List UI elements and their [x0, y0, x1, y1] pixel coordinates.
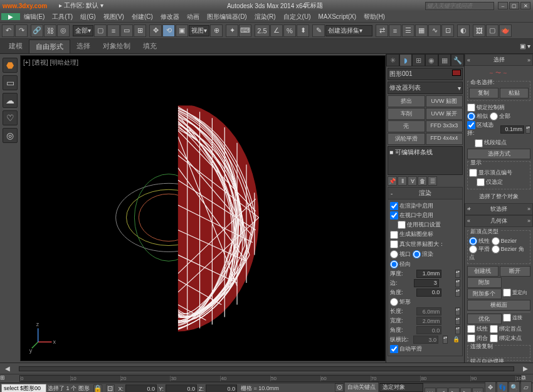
nav-zoom-icon[interactable]: 🔍: [509, 381, 520, 392]
chk-linear2[interactable]: 线性: [467, 326, 488, 332]
viewport[interactable]: [+] [透视] [明暗处理]: [20, 55, 386, 361]
rad-linear[interactable]: 线性: [469, 238, 490, 244]
modifier-list[interactable]: 修改器列表▾: [388, 82, 463, 94]
mod-turbo[interactable]: 涡轮平滑: [388, 133, 425, 145]
layer-icon[interactable]: ☰: [402, 24, 414, 37]
snap-icon[interactable]: 2.5: [255, 24, 270, 37]
chk-show-vn[interactable]: 显示顶点编号: [469, 168, 529, 177]
config-icon[interactable]: ☰: [428, 176, 437, 186]
next-frame-icon[interactable]: ▶: [460, 388, 472, 393]
select-name-icon[interactable]: ≡: [107, 24, 120, 37]
break-button[interactable]: 断开: [500, 266, 531, 277]
key-toggle-icon[interactable]: ⊙: [335, 383, 344, 392]
ribbon-collapse-icon[interactable]: ▣ ▾: [520, 43, 530, 50]
timeline[interactable]: 0102030405060708090100: [19, 375, 521, 382]
key-filter-drop[interactable]: 选定对象: [379, 383, 423, 392]
attach-multi-button[interactable]: 附加多个: [467, 289, 502, 299]
schematic-icon[interactable]: ⊡: [441, 24, 454, 37]
menu-create[interactable]: 创建(C): [128, 13, 157, 21]
menu-edit[interactable]: 编辑(E): [20, 13, 48, 21]
nav-pan-icon[interactable]: ✥: [485, 381, 496, 392]
sel-set-icon[interactable]: ✎: [312, 24, 325, 37]
chk-bind-last[interactable]: 绑定末点: [490, 335, 522, 341]
mod-ffd3[interactable]: FFD 3x3x3: [426, 120, 463, 132]
angle-field[interactable]: 0.0: [416, 289, 441, 297]
copy-button[interactable]: 复制: [469, 88, 499, 98]
select-cmd[interactable]: select $图形00: [1, 384, 46, 392]
create-line-button[interactable]: 创建线: [467, 266, 499, 277]
spline-subobj-icons[interactable]: ～〜～: [467, 67, 530, 79]
angle-spinner[interactable]: ▴▾: [455, 289, 460, 297]
mirror-icon[interactable]: ⇄: [376, 24, 388, 37]
autokey-button[interactable]: 自动关键点: [344, 382, 379, 392]
y-coord[interactable]: 0.0: [166, 384, 197, 392]
scale-icon[interactable]: ▣: [176, 24, 188, 37]
mod-ffd4[interactable]: FFD 4x4x4: [426, 133, 463, 145]
lock-sel-icon[interactable]: 🔒: [93, 384, 102, 393]
geom-rollout[interactable]: 几何体: [465, 215, 533, 227]
rad-radial[interactable]: 径向: [390, 260, 460, 269]
prev-key-icon[interactable]: ◀: [5, 365, 10, 372]
cross-button[interactable]: 横截面: [467, 300, 530, 310]
wheel-icon[interactable]: ◎: [3, 128, 18, 143]
pin-icon[interactable]: 📌: [388, 176, 397, 186]
menu-help[interactable]: 帮助(H): [360, 13, 389, 21]
chk-reorient[interactable]: 重定向: [503, 289, 531, 299]
x-coord[interactable]: 0.0: [125, 384, 157, 392]
chk-enable-render[interactable]: 在渲染中启用: [390, 201, 460, 211]
rad-alike[interactable]: 相似: [467, 113, 488, 119]
angle-snap-icon[interactable]: ∠: [270, 24, 283, 37]
tab-display-icon[interactable]: ▦: [438, 54, 451, 66]
minimize-button[interactable]: –: [498, 2, 508, 9]
play-icon[interactable]: ▶: [448, 388, 460, 393]
select-icon[interactable]: ▢: [94, 24, 107, 37]
tab-utilities-icon[interactable]: 🔧: [451, 54, 464, 66]
paste-button[interactable]: 粘贴: [500, 88, 529, 98]
tab-hierarchy-icon[interactable]: ⊞: [412, 54, 425, 66]
maximize-button[interactable]: ▢: [509, 2, 519, 9]
rad-smooth[interactable]: 平滑: [469, 246, 490, 252]
mat-editor-icon[interactable]: ◐: [457, 24, 470, 37]
menu-graph[interactable]: 图形编辑器(D): [203, 13, 251, 21]
chk-closed[interactable]: 闭合: [467, 335, 488, 341]
sel-method-button[interactable]: 选择方式: [467, 149, 530, 159]
optimize-button[interactable]: 优化: [467, 314, 502, 324]
sel-filter[interactable]: 全部 ▾: [73, 25, 93, 36]
chk-seg-end[interactable]: 线段端点: [467, 138, 530, 147]
area-spinner[interactable]: ▴▾: [525, 125, 530, 134]
show-result-icon[interactable]: Ⅱ: [398, 176, 407, 186]
render-icon[interactable]: 🫖: [499, 24, 512, 37]
rad-viewport[interactable]: 视口: [390, 251, 411, 257]
bind-icon[interactable]: ◎: [57, 24, 70, 37]
next-key-icon[interactable]: ▶: [523, 365, 528, 372]
rect-sel-icon[interactable]: ▭: [120, 24, 133, 37]
modifier-stack[interactable]: ■ 可编辑样条线: [388, 146, 463, 175]
track-toggle-icon[interactable]: ⊞: [0, 374, 19, 383]
menu-modifier[interactable]: 修改器: [157, 13, 183, 21]
undo-icon[interactable]: ↶: [2, 24, 14, 37]
menu-tool[interactable]: 工具(T): [48, 13, 77, 21]
pivot-icon[interactable]: ⊕: [210, 24, 223, 37]
heart-icon[interactable]: ♡: [3, 110, 18, 125]
chk-enable-viewport[interactable]: 在视口中启用: [390, 211, 460, 220]
chk-use-viewport[interactable]: 使用视口设置: [390, 220, 460, 230]
rad-render[interactable]: 渲染: [413, 251, 433, 257]
manip-icon[interactable]: ✦: [226, 24, 238, 37]
chk-sel-only[interactable]: 仅选定: [469, 177, 529, 187]
curve-editor-icon[interactable]: ∿: [428, 24, 441, 37]
tab-motion-icon[interactable]: ◉: [425, 54, 438, 66]
rad-rect[interactable]: 矩形: [390, 297, 460, 307]
tab-select[interactable]: 选择: [70, 40, 97, 53]
tab-freeform[interactable]: 自由形式: [29, 40, 70, 53]
close-button[interactable]: ✕: [520, 2, 530, 9]
rad-bezier[interactable]: Bezier: [492, 238, 517, 244]
chk-lock-handles[interactable]: 锁定控制柄: [467, 103, 530, 112]
cloud-icon[interactable]: ☁: [3, 93, 18, 108]
tab-paint[interactable]: 对象绘制: [97, 40, 137, 53]
render-setup-icon[interactable]: 🖼: [473, 24, 485, 37]
time-slider[interactable]: [19, 366, 514, 371]
sides-field[interactable]: 3: [414, 279, 439, 287]
menu-view[interactable]: 视图(V): [100, 13, 128, 21]
mod-extrude[interactable]: 挤出: [388, 95, 425, 107]
rad-all[interactable]: 全部: [490, 113, 510, 119]
